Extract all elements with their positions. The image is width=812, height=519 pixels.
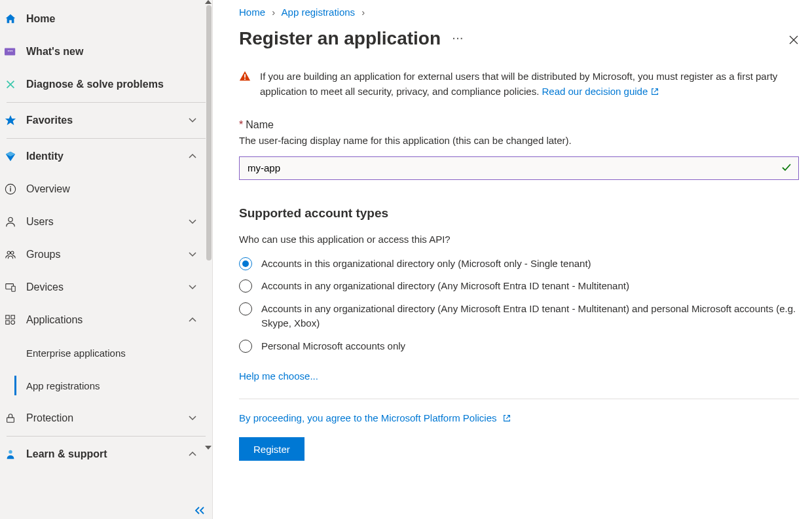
policy-link[interactable]: By proceeding, you agree to the Microsof…	[239, 412, 511, 423]
divider	[7, 436, 206, 437]
scrollbar-thumb[interactable]	[206, 5, 212, 260]
chevron-up-icon	[187, 315, 198, 325]
svg-rect-13	[7, 418, 14, 422]
chevron-up-icon	[187, 449, 198, 459]
sidebar-item-whatsnew[interactable]: What's new	[0, 35, 212, 68]
svg-rect-15	[244, 74, 246, 77]
sidebar-item-groups[interactable]: Groups	[0, 238, 212, 271]
svg-rect-9	[6, 315, 9, 319]
warning-text-content: If you are building an application for e…	[260, 71, 777, 97]
more-actions-button[interactable]: ···	[452, 33, 464, 44]
sidebar-collapse-button[interactable]	[194, 506, 206, 515]
footer-separator	[239, 399, 799, 399]
sidebar-item-applications[interactable]: Applications	[0, 304, 212, 336]
divider	[7, 102, 206, 103]
groups-icon	[4, 248, 17, 261]
svg-rect-10	[11, 315, 14, 319]
svg-point-4	[9, 217, 12, 221]
svg-rect-0	[5, 48, 15, 56]
sidebar-item-enterprise-apps[interactable]: Enterprise applications	[0, 336, 212, 369]
sidebar-item-app-registrations[interactable]: App registrations	[0, 369, 212, 402]
radio-label: Personal Microsoft accounts only	[261, 339, 405, 354]
sidebar-item-label: Users	[26, 216, 187, 228]
diagnose-icon	[4, 78, 17, 91]
sidebar-item-label: Identity	[26, 151, 187, 162]
sidebar-item-protection[interactable]: Protection	[0, 402, 212, 435]
close-button[interactable]	[788, 35, 799, 45]
star-icon	[4, 114, 17, 127]
chevron-up-icon	[187, 151, 198, 162]
user-icon	[4, 215, 17, 228]
svg-rect-11	[6, 321, 9, 324]
sidebar-item-label: Learn & support	[26, 448, 187, 460]
chevron-down-icon	[187, 115, 198, 126]
account-type-option-2[interactable]: Accounts in any organizational directory…	[239, 302, 799, 331]
required-indicator: *	[239, 119, 243, 130]
warning-icon	[239, 70, 251, 82]
devices-icon	[4, 281, 17, 294]
external-link-icon	[502, 414, 511, 423]
sidebar-item-label: Protection	[26, 412, 187, 424]
identity-icon	[4, 150, 17, 163]
chevron-down-icon	[187, 282, 198, 293]
warning-link[interactable]: Read our decision guide	[542, 86, 659, 97]
sidebar-item-overview[interactable]: Overview	[0, 173, 212, 206]
sidebar-item-label: Diagnose & solve problems	[26, 79, 203, 90]
help-me-choose-link[interactable]: Help me choose...	[239, 370, 318, 382]
sidebar-scrollbar[interactable]	[205, 3, 212, 519]
sidebar-item-devices[interactable]: Devices	[0, 271, 212, 304]
account-types-title: Supported account types	[239, 206, 799, 221]
name-input[interactable]	[239, 156, 799, 180]
sidebar-item-label: Home	[26, 13, 203, 25]
scroll-down-icon	[205, 446, 212, 450]
scroll-up-icon	[205, 0, 212, 4]
register-button[interactable]: Register	[239, 437, 304, 461]
svg-rect-8	[12, 286, 15, 291]
sidebar-item-label: Applications	[26, 314, 187, 326]
learn-icon	[4, 448, 17, 461]
account-type-option-3[interactable]: Personal Microsoft accounts only	[239, 339, 799, 354]
chevron-down-icon	[187, 217, 198, 227]
radio-button	[239, 257, 252, 270]
breadcrumb-separator: ›	[361, 7, 365, 18]
external-link-icon	[650, 87, 659, 96]
sidebar-item-diagnose[interactable]: Diagnose & solve problems	[0, 68, 212, 101]
breadcrumb-separator: ›	[272, 7, 275, 18]
sidebar-item-identity[interactable]: Identity	[0, 140, 212, 173]
svg-point-5	[7, 251, 10, 255]
breadcrumb-home[interactable]: Home	[239, 7, 265, 18]
account-types-question: Who can use this application or access t…	[239, 234, 799, 245]
sidebar-item-learn[interactable]: Learn & support	[0, 438, 212, 471]
svg-rect-16	[244, 79, 246, 80]
home-icon	[4, 12, 17, 26]
sidebar-item-label: Groups	[26, 249, 187, 260]
sidebar-item-label: What's new	[26, 46, 203, 58]
account-type-option-0[interactable]: Accounts in this organizational director…	[239, 257, 799, 272]
sidebar: Home What's new Diagnose & solve problem…	[0, 0, 213, 519]
svg-point-14	[9, 450, 12, 454]
info-icon	[4, 183, 17, 196]
lock-icon	[4, 412, 17, 425]
sidebar-item-label: Overview	[26, 183, 203, 195]
sidebar-item-users[interactable]: Users	[0, 206, 212, 238]
sidebar-item-home[interactable]: Home	[0, 3, 212, 35]
radio-label: Accounts in this organizational director…	[261, 257, 591, 272]
svg-rect-3	[10, 188, 10, 191]
radio-button	[239, 279, 252, 293]
name-field-description: The user-facing display name for this ap…	[239, 135, 799, 146]
radio-button	[239, 340, 252, 353]
account-type-option-1[interactable]: Accounts in any organizational directory…	[239, 279, 799, 294]
main-content: Home › App registrations › Register an a…	[213, 0, 812, 519]
sidebar-item-favorites[interactable]: Favorites	[0, 104, 212, 137]
breadcrumb: Home › App registrations ›	[239, 7, 799, 18]
sidebar-item-label: Devices	[26, 281, 187, 293]
svg-point-12	[11, 321, 15, 325]
sidebar-item-label: Enterprise applications	[26, 348, 126, 359]
svg-point-6	[10, 251, 14, 255]
radio-label: Accounts in any organizational directory…	[261, 302, 799, 331]
chevron-down-icon	[187, 413, 198, 423]
breadcrumb-appreg[interactable]: App registrations	[282, 7, 356, 18]
divider	[7, 138, 206, 139]
warning-text: If you are building an application for e…	[260, 69, 799, 99]
sidebar-item-label: App registrations	[26, 380, 100, 391]
